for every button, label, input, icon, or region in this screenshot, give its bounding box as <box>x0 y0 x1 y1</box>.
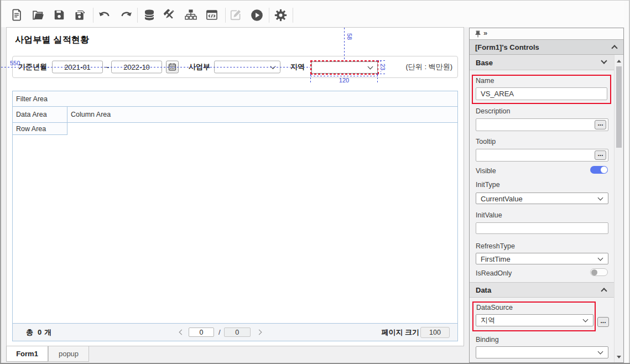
refresh-type-select[interactable]: FirstTime <box>476 253 608 264</box>
column-area-cell[interactable]: Column Area <box>67 107 457 122</box>
binding-select[interactable] <box>476 346 608 358</box>
total-pages-input <box>224 327 251 337</box>
total-count-value: 0 <box>38 328 41 336</box>
section-data-label: Data <box>476 286 491 294</box>
pin-icon[interactable] <box>475 30 481 38</box>
tooltip-label: Tooltip <box>476 138 496 145</box>
init-value-input[interactable] <box>476 222 608 234</box>
save-icon <box>53 9 65 21</box>
scrollbar-thumb[interactable] <box>616 66 622 148</box>
tooltip-input[interactable] <box>476 149 608 162</box>
code-button[interactable] <box>205 8 218 22</box>
unit-label: (단위 : 백만원) <box>406 62 453 72</box>
refresh-type-label: RefreshType <box>476 242 515 250</box>
region-select[interactable] <box>311 61 378 74</box>
page-size-label: 페이지 크기 <box>381 327 419 337</box>
undo-button[interactable] <box>98 8 111 22</box>
left-distance-guide-label: 550 <box>10 60 20 66</box>
undo-icon <box>98 9 111 21</box>
build-tools-icon <box>163 9 175 21</box>
settings-button[interactable] <box>274 8 287 22</box>
build-tools-button[interactable] <box>163 8 176 22</box>
redo-button[interactable] <box>119 8 133 22</box>
tab-popup-label: popup <box>59 350 79 358</box>
page-size-input[interactable] <box>420 327 450 338</box>
row-area-cell[interactable]: Row Area <box>13 123 67 135</box>
toggle-knob <box>591 269 597 275</box>
previous-page-icon[interactable] <box>179 330 185 335</box>
inspector-toolbar: » <box>470 28 623 39</box>
height-guide-label: 23 <box>378 63 387 71</box>
run-icon <box>251 9 263 22</box>
refresh-type-value: FirstTime <box>481 254 511 263</box>
section-base-label: Base <box>476 58 493 66</box>
collapse-section-icon[interactable] <box>611 45 617 51</box>
chevron-down-icon <box>598 349 603 355</box>
data-source-field-highlight: DataSource 지역 <box>472 301 596 331</box>
data-area-cell[interactable]: Data Area <box>13 107 67 122</box>
inspector-scrollbar[interactable] <box>614 55 623 362</box>
height-guide-tick-top <box>377 60 386 61</box>
data-source-ellipsis-button[interactable]: ... <box>597 317 609 327</box>
pagination: / <box>180 324 261 341</box>
new-document-icon <box>11 9 23 21</box>
chevron-down-icon <box>598 195 603 200</box>
horizontal-distance-guide <box>1 67 310 67</box>
init-type-select[interactable]: CurrentValue <box>476 193 608 204</box>
database-button[interactable] <box>143 8 156 22</box>
grid-status-bar: 총0개 / 페이지 크기 <box>13 323 457 341</box>
name-field-highlight: Name <box>472 75 611 104</box>
chevron-down-icon <box>601 58 607 64</box>
toggle-knob <box>601 167 607 173</box>
row-area-label: Row Area <box>16 125 46 133</box>
total-count: 총0개 <box>26 327 51 337</box>
data-source-select[interactable]: 지역 <box>476 314 593 326</box>
visible-toggle[interactable] <box>590 166 608 174</box>
name-input[interactable] <box>476 87 607 100</box>
pivot-grid: Filter Area Data Area Column Area Row Ar… <box>12 91 458 341</box>
hierarchy-button[interactable] <box>184 8 197 22</box>
is-read-only-toggle[interactable] <box>590 268 608 276</box>
app-window: 사업부별 실적현황 기준년월 2021-01 ~ 2022-10 <box>0 0 630 364</box>
name-label: Name <box>476 77 494 85</box>
next-page-icon[interactable] <box>256 330 262 335</box>
save-button[interactable] <box>53 8 66 22</box>
column-area-label: Column Area <box>71 111 111 118</box>
inspector-content: Base Name Description ... Tooltip ... Vi… <box>470 55 623 362</box>
tooltip-ellipsis-button[interactable]: ... <box>595 150 606 160</box>
open-button[interactable] <box>32 8 45 22</box>
description-ellipsis-button[interactable]: ... <box>595 120 606 129</box>
right-margin <box>624 1 629 363</box>
collapse-panel-button[interactable]: » <box>483 29 487 37</box>
main-toolbar <box>1 1 629 27</box>
scroll-down-icon[interactable] <box>617 356 621 358</box>
section-base[interactable]: Base <box>470 55 614 70</box>
tab-form1[interactable]: Form1 <box>6 346 48 362</box>
save-all-button[interactable] <box>74 8 87 22</box>
visible-label: Visible <box>476 167 496 175</box>
window-border <box>0 0 1 364</box>
description-input[interactable] <box>476 118 608 131</box>
filter-area-row[interactable]: Filter Area <box>13 91 457 107</box>
total-suffix-label: 개 <box>44 328 51 336</box>
current-page-input[interactable] <box>189 327 214 337</box>
data-area-label: Data Area <box>16 111 47 118</box>
section-data[interactable]: Data <box>470 282 614 298</box>
toolbar-separator <box>269 8 269 23</box>
tab-popup[interactable]: popup <box>48 346 89 362</box>
init-type-value: CurrentValue <box>481 194 523 202</box>
vertical-distance-guide <box>344 28 345 61</box>
inspector-header[interactable]: [Form1]'s Controls <box>470 39 623 55</box>
new-document-button[interactable] <box>10 8 23 22</box>
hierarchy-icon <box>185 9 197 21</box>
toolbar-separator <box>137 8 138 23</box>
run-button[interactable] <box>250 8 263 22</box>
height-guide-tick-bottom <box>377 74 386 74</box>
data-source-value: 지역 <box>481 315 495 325</box>
design-canvas: 사업부별 실적현황 기준년월 2021-01 ~ 2022-10 <box>6 27 464 346</box>
code-icon <box>206 9 218 21</box>
top-distance-guide-label: 58 <box>345 32 354 41</box>
scroll-up-icon[interactable] <box>617 60 621 63</box>
edit-button[interactable] <box>229 8 242 22</box>
width-guide-label: 120 <box>334 77 355 84</box>
